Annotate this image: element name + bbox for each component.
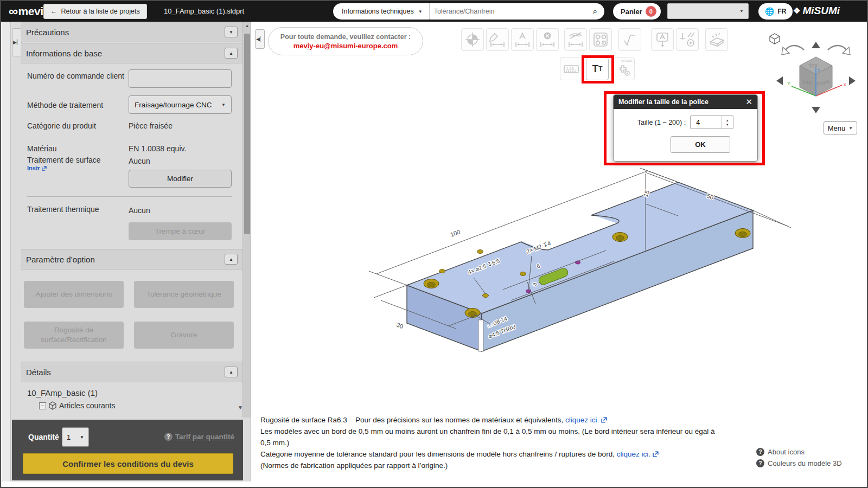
globe-icon: 🌐: [765, 7, 774, 16]
delete-dimension-tool[interactable]: [536, 28, 559, 51]
quantity-label: Quantité: [28, 433, 59, 441]
stepper-up-icon[interactable]: ▲: [726, 119, 729, 122]
annotation-tool[interactable]: [651, 28, 674, 51]
instr-link-label: Instr: [27, 165, 40, 171]
price-per-quantity-label: Tarif par quantité: [175, 433, 234, 441]
external-link-icon[interactable]: [601, 415, 607, 426]
stepper-down-icon[interactable]: ▼: [726, 123, 729, 126]
modify-button[interactable]: Modifier: [129, 170, 232, 188]
six-views-tool[interactable]: 6VIEWS: [612, 57, 635, 80]
part-3d-view[interactable]: 100 30 15 50 6 3 4× ⌀2.5 ↧6.5 2× M2 ↧4 ⌴…: [348, 164, 826, 381]
circle-x-dimension-icon: [539, 31, 556, 48]
dimension-value-tool[interactable]: 1.23: [560, 57, 583, 80]
stepper-arrows[interactable]: ▲ ▼: [721, 116, 733, 129]
confirm-quote-button[interactable]: Confirmer les conditions du devis: [23, 453, 233, 474]
tolerance-click-here-link[interactable]: cliquez ici.: [617, 450, 650, 458]
section-title: Paramètre d’option: [26, 255, 95, 264]
tilt-down-arrow[interactable]: [812, 107, 820, 113]
ok-button-label: OK: [695, 140, 706, 149]
tolerance-note: Catégorie moyenne de tolérance standard …: [260, 450, 615, 458]
ruler-icon: 1.23: [563, 61, 579, 77]
cube-face-top[interactable]: Top: [808, 62, 818, 69]
section-precautions[interactable]: Précautions ▼: [21, 22, 243, 42]
font-size-stepper[interactable]: ▲ ▼: [690, 115, 733, 129]
chevron-up-icon[interactable]: ▲: [225, 48, 238, 59]
viewer-menu-button[interactable]: Menu ▼: [824, 121, 857, 134]
geometric-tolerance-tool[interactable]: [676, 28, 699, 51]
method-select[interactable]: Fraisage/tournage CNC ▼: [129, 95, 232, 114]
edge-break-icon: [709, 31, 725, 48]
tree-item-current-articles[interactable]: − Articles courants: [39, 401, 115, 410]
quantity-select[interactable]: 1 ▼: [62, 427, 89, 447]
rotate-right-icon[interactable]: [828, 46, 850, 55]
surface-finish-tool[interactable]: [618, 28, 641, 51]
section-options[interactable]: Paramètre d’option ▲: [21, 249, 243, 269]
ok-button[interactable]: OK: [671, 136, 730, 153]
search-category-dropdown[interactable]: Informations techniques ▼: [333, 3, 430, 20]
isometric-view-icon[interactable]: [770, 34, 780, 44]
close-icon[interactable]: ✕: [745, 97, 752, 107]
order-number-label: Numéro de commande client: [27, 72, 127, 81]
cart-button[interactable]: Panier 0: [613, 3, 661, 20]
rotate-view-right-arrow[interactable]: [849, 76, 856, 85]
eye-slash-dimension-icon: [567, 31, 584, 48]
back-to-projects-button[interactable]: ← Retour à la liste de projets: [43, 4, 147, 19]
instr-link[interactable]: Instr: [27, 165, 47, 171]
font-size-row: Taille (1 ~ 200) : ▲ ▼: [614, 115, 757, 129]
hole-pattern-tool[interactable]: [589, 28, 612, 51]
misumi-logo-icon: ❖: [793, 6, 800, 16]
font-size-input[interactable]: [691, 116, 721, 129]
tilt-up-arrow[interactable]: [812, 42, 820, 48]
font-size-icon-small: T: [598, 65, 602, 73]
scrollbar-up-arrow[interactable]: ▲: [243, 22, 251, 30]
open-file-name: 10_FAmp_basic (1).sldprt: [164, 7, 244, 15]
search-bar: Informations techniques ▼ ⌕: [333, 3, 604, 20]
rotate-view-left-arrow[interactable]: [776, 76, 783, 85]
view-cube-widget[interactable]: Top Left Front Y x z: [763, 31, 866, 129]
heat-treatment-label: Traitement thermique: [27, 205, 127, 215]
chevron-up-icon[interactable]: ▲: [225, 367, 238, 377]
tree-collapse-icon[interactable]: −: [39, 402, 46, 409]
text-dimension-tool[interactable]: [511, 28, 534, 51]
scrollbar-thumb[interactable]: [244, 34, 250, 234]
contact-email[interactable]: meviy-eu@misumi-europe.com: [293, 42, 398, 50]
viewer-area: ◀▏ Pour toute demande, veuillez contacte…: [252, 22, 868, 488]
font-size-tool[interactable]: TT: [586, 57, 609, 80]
order-number-input[interactable]: [129, 69, 232, 88]
surface-roughness-label: Rugosité de surface/Rectification: [29, 325, 118, 344]
search-input[interactable]: [430, 8, 586, 15]
geometric-tolerance-icon: [679, 31, 695, 48]
cube-icon: [48, 401, 57, 410]
panel-collapse-handle[interactable]: ◀▏: [255, 29, 265, 49]
left-sidebar: ▶▏ Précautions ▼ Informations de base ▲ …: [2, 22, 251, 481]
back-arrow-icon: ←: [50, 8, 58, 15]
chevron-up-icon[interactable]: ▲: [225, 254, 238, 265]
datum-target-tool[interactable]: [461, 28, 484, 51]
highlighted-edge: [478, 320, 483, 351]
misumi-logo: ❖ MiSUMi: [793, 5, 840, 17]
sidebar-scrollbar[interactable]: ▲: [242, 22, 251, 418]
dim-100: 100: [449, 228, 461, 238]
language-selector[interactable]: 🌐 FR: [758, 3, 793, 20]
model-colors-link[interactable]: ? Couleurs du modèle 3D: [756, 459, 842, 467]
divider: [27, 196, 232, 197]
hide-dimension-tool[interactable]: [564, 28, 587, 51]
tree-item-label: Articles courants: [59, 401, 115, 410]
confirm-quote-label: Confirmer les conditions du devis: [62, 459, 194, 468]
section-basic-info[interactable]: Informations de base ▲: [21, 43, 243, 63]
rotate-left-icon[interactable]: [782, 46, 804, 55]
header-empty-dropdown[interactable]: ▼: [667, 3, 749, 19]
chevron-down-icon[interactable]: ▼: [225, 27, 238, 37]
edit-dimension-tool[interactable]: [486, 28, 509, 51]
external-link-icon[interactable]: [653, 449, 659, 460]
modal-title-bar[interactable]: Modifier la taille de la police ✕: [614, 95, 757, 109]
manufacturing-notes: Rugosité de surface Ra6.3 Pour des préci…: [260, 414, 749, 471]
edge-break-tool[interactable]: [705, 28, 728, 51]
section-details[interactable]: Détails ▲: [21, 362, 243, 382]
search-icon[interactable]: ⌕: [586, 7, 604, 16]
external-link-icon: [42, 166, 47, 171]
about-icons-link[interactable]: ? About icons: [756, 448, 842, 456]
price-per-quantity-link[interactable]: ? Tarif par quantité: [164, 433, 234, 441]
materials-click-here-link[interactable]: cliquez ici.: [565, 416, 599, 424]
add-dimensions-label: Ajouter des dimensions: [36, 290, 112, 299]
